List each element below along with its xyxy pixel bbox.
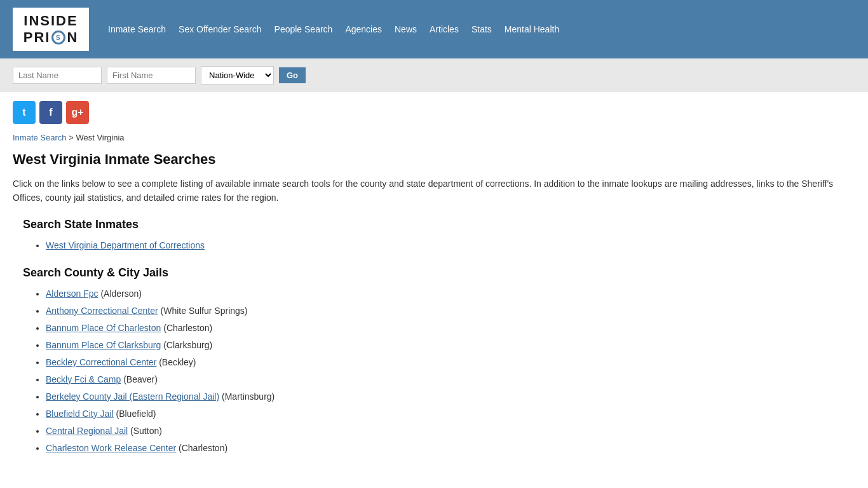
state-links-list: West Virginia Department of Corrections: [46, 239, 855, 252]
facebook-share-button[interactable]: f: [39, 101, 62, 124]
last-name-input[interactable]: [13, 67, 102, 84]
logo-inside-text: INSIDE: [24, 13, 78, 29]
main-nav: Inmate Search Sex Offender Search People…: [108, 24, 559, 34]
logo-line2: PRISN: [24, 29, 79, 46]
list-item: West Virginia Department of Corrections: [46, 239, 855, 252]
breadcrumb-current: West Virginia: [76, 133, 124, 142]
search-go-button[interactable]: Go: [279, 67, 306, 83]
facility-link-bannum-charleston[interactable]: Bannum Place Of Charleston: [46, 323, 161, 333]
page-content: Inmate Search > West Virginia West Virgi…: [0, 133, 868, 482]
facility-link-charleston-work-release[interactable]: Charleston Work Release Center: [46, 443, 176, 453]
county-links-list: Alderson Fpc (Alderson) Anthony Correcti…: [46, 287, 855, 455]
facility-location: (Charleston): [163, 323, 212, 333]
state-section-title: Search State Inmates: [23, 218, 855, 231]
logo-line1: INSIDE: [24, 13, 78, 29]
breadcrumb: Inmate Search > West Virginia: [13, 133, 855, 142]
first-name-input[interactable]: [107, 67, 196, 84]
scope-select[interactable]: Nation-Wide West Virginia: [201, 66, 274, 85]
county-section-title: Search County & City Jails: [23, 266, 855, 280]
search-bar: Nation-Wide West Virginia Go: [0, 58, 868, 92]
facebook-icon: f: [49, 107, 52, 118]
nav-news[interactable]: News: [395, 24, 417, 34]
nav-stats[interactable]: Stats: [471, 24, 492, 34]
facility-link-bluefield-city[interactable]: Bluefield City Jail: [46, 409, 114, 419]
list-item: Beckley Correctional Center (Beckley): [46, 356, 855, 369]
facility-location: (Charleston): [179, 443, 227, 453]
logo-o-icon: S: [51, 30, 65, 44]
nav-sex-offender-search[interactable]: Sex Offender Search: [179, 24, 261, 34]
facility-link-beckly-fci[interactable]: Beckly Fci & Camp: [46, 374, 121, 384]
breadcrumb-separator: >: [69, 133, 76, 142]
list-item: Alderson Fpc (Alderson): [46, 287, 855, 301]
breadcrumb-inmate-search-link[interactable]: Inmate Search: [13, 133, 67, 142]
nav-people-search[interactable]: People Search: [275, 24, 333, 34]
page-description: Click on the links below to see a comple…: [13, 177, 855, 205]
facility-location: (Beaver): [123, 374, 158, 384]
twitter-icon: t: [22, 107, 25, 118]
googleplus-icon: g+: [71, 107, 83, 118]
list-item: Bluefield City Jail (Bluefield): [46, 407, 855, 421]
facility-location: (Bluefield): [116, 409, 156, 419]
googleplus-share-button[interactable]: g+: [66, 101, 89, 124]
facility-location: (Alderson): [100, 288, 142, 299]
nav-mental-health[interactable]: Mental Health: [505, 24, 559, 34]
facility-location: (Martinsburg): [222, 391, 275, 402]
nav-agencies[interactable]: Agencies: [345, 24, 382, 34]
facility-link-beckley-correctional[interactable]: Beckley Correctional Center: [46, 357, 156, 367]
facility-location: (Sutton): [130, 426, 162, 436]
site-header: INSIDE PRISN Inmate Search Sex Offender …: [0, 0, 868, 58]
nav-inmate-search[interactable]: Inmate Search: [108, 24, 166, 34]
state-doc-link[interactable]: West Virginia Department of Corrections: [46, 240, 205, 250]
facility-location: (Beckley): [159, 357, 196, 367]
nav-articles[interactable]: Articles: [430, 24, 459, 34]
facility-link-berkeley-county[interactable]: Berkeley County Jail (Eastern Regional J…: [46, 391, 219, 402]
list-item: Charleston Work Release Center (Charlest…: [46, 442, 855, 455]
list-item: Bannum Place Of Clarksburg (Clarksburg): [46, 339, 855, 352]
twitter-share-button[interactable]: t: [13, 101, 36, 124]
facility-location: (Clarksburg): [163, 340, 212, 350]
facility-link-alderson-fpc[interactable]: Alderson Fpc: [46, 288, 98, 299]
list-item: Anthony Correctional Center (White Sulfu…: [46, 304, 855, 318]
facility-location: (White Sulfur Springs): [161, 306, 248, 316]
social-bar: t f g+: [0, 92, 868, 133]
facility-link-anthony[interactable]: Anthony Correctional Center: [46, 306, 158, 316]
list-item: Bannum Place Of Charleston (Charleston): [46, 322, 855, 335]
list-item: Berkeley County Jail (Eastern Regional J…: [46, 390, 855, 403]
facility-link-bannum-clarksburg[interactable]: Bannum Place Of Clarksburg: [46, 340, 161, 350]
list-item: Beckly Fci & Camp (Beaver): [46, 373, 855, 386]
site-logo[interactable]: INSIDE PRISN: [13, 8, 89, 51]
list-item: Central Regional Jail (Sutton): [46, 424, 855, 438]
facility-link-central-regional[interactable]: Central Regional Jail: [46, 426, 128, 436]
page-title: West Virginia Inmate Searches: [13, 151, 855, 168]
